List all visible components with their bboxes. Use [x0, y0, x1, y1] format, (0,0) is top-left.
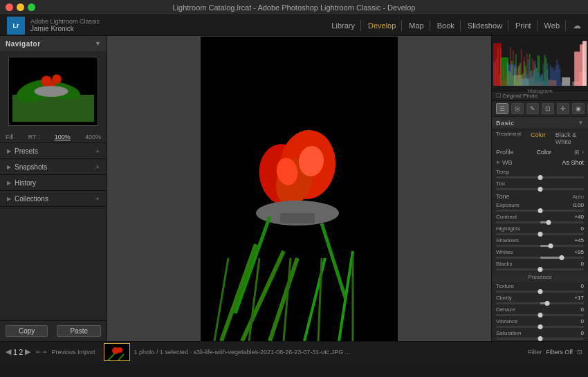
blacks-thumb[interactable]: [538, 267, 542, 272]
module-slideshow[interactable]: Slideshow: [462, 20, 508, 31]
clarity-thumb[interactable]: [544, 301, 549, 306]
contrast-slider-row: Contrast +40: [492, 213, 588, 225]
dehaze-thumb[interactable]: [538, 313, 542, 318]
module-library[interactable]: Library: [326, 20, 361, 31]
highlights-slider-row: Highlights 0: [492, 225, 588, 237]
logo-area: Lr Adobe Lightroom Classic Jamie Kronick: [7, 17, 100, 35]
clarity-track[interactable]: [496, 302, 584, 304]
tint-track[interactable]: [496, 188, 584, 190]
saturation-track[interactable]: [496, 338, 584, 340]
temp-label: Temp: [496, 169, 510, 175]
collections-plus[interactable]: +: [95, 194, 100, 203]
strip-right-arrow[interactable]: ▶: [25, 347, 30, 356]
eyedropper-icon[interactable]: ⌖: [496, 158, 500, 167]
exposure-thumb[interactable]: [538, 208, 542, 213]
contrast-thumb[interactable]: [546, 220, 551, 225]
texture-slider-row: Texture 0: [492, 282, 588, 294]
shadows-thumb[interactable]: [548, 243, 553, 248]
snapshots-item[interactable]: ▶ Snapshots +: [0, 159, 107, 174]
crop-tool[interactable]: ⊡: [542, 103, 554, 114]
texture-track[interactable]: [496, 291, 584, 293]
heal-tool[interactable]: ✛: [557, 103, 569, 114]
clarity-value: +17: [567, 295, 584, 301]
navigator-label: Navigator: [6, 40, 41, 48]
dehaze-track[interactable]: [496, 314, 584, 316]
blacks-value: 0: [567, 261, 584, 267]
exposure-value: 0.00: [567, 202, 584, 208]
basic-section-header[interactable]: Basic ▼: [492, 117, 588, 129]
profile-arrow-icon[interactable]: ›: [582, 149, 584, 156]
zoom-fill[interactable]: Fill: [6, 134, 14, 140]
blacks-track[interactable]: [496, 268, 584, 270]
module-print[interactable]: Print: [510, 20, 538, 31]
navigator-header[interactable]: Navigator ▼: [0, 36, 107, 51]
whites-thumb[interactable]: [560, 255, 564, 260]
close-button[interactable]: [6, 3, 13, 11]
saturation-thumb[interactable]: [538, 336, 542, 341]
minimize-button[interactable]: [17, 3, 24, 11]
contrast-value: +40: [567, 214, 584, 220]
module-web[interactable]: Web: [539, 20, 566, 31]
temp-slider-row: Temp: [492, 168, 588, 180]
histogram-area: Histogram: [492, 36, 588, 91]
filter-label: Filter: [528, 349, 542, 356]
brush-tool[interactable]: ✎: [526, 103, 539, 114]
basic-arrow: ▼: [578, 120, 584, 126]
contrast-track[interactable]: [496, 221, 584, 223]
zoom-rt[interactable]: RT :: [28, 134, 40, 140]
zoom-100[interactable]: 100%: [55, 134, 71, 140]
collections-triangle: ▶: [7, 196, 11, 202]
whites-slider-row: Whites +95: [492, 248, 588, 260]
histogram-label: Histogram: [493, 88, 587, 94]
temp-track[interactable]: [496, 176, 584, 178]
navigator-thumbnail[interactable]: [8, 57, 98, 126]
shadows-track[interactable]: [496, 245, 584, 247]
highlights-thumb[interactable]: [538, 232, 542, 237]
treatment-bw[interactable]: Black & White: [553, 131, 584, 146]
zoom-400[interactable]: 400%: [85, 134, 101, 140]
histogram-chart: [493, 37, 587, 86]
sliders-tool[interactable]: ☰: [496, 103, 508, 114]
copy-button[interactable]: Copy: [6, 325, 48, 337]
traffic-lights[interactable]: [6, 3, 35, 11]
vibrance-thumb[interactable]: [538, 324, 542, 329]
strip-arrows: ⇐ ⇒: [36, 349, 47, 355]
page-dot-1[interactable]: 1: [13, 348, 17, 356]
maximize-button[interactable]: [28, 3, 35, 11]
saturation-label: Saturation: [496, 330, 521, 336]
dehaze-label: Dehaze: [496, 306, 515, 313]
history-item[interactable]: ▶ History +: [0, 175, 107, 190]
target-tool[interactable]: ◎: [511, 103, 524, 114]
module-map[interactable]: Map: [403, 20, 430, 31]
presets-item[interactable]: ▶ Presets +: [0, 143, 107, 158]
film-thumb-1[interactable]: [104, 343, 130, 361]
tool-row: ☰ ◎ ✎ ⊡ ✛ ◉ ···: [492, 101, 588, 117]
texture-thumb[interactable]: [538, 289, 542, 294]
strip-left-arrow[interactable]: ◀: [6, 347, 11, 356]
paste-button[interactable]: Paste: [57, 325, 101, 337]
tint-thumb[interactable]: [538, 187, 542, 192]
previous-import-label[interactable]: Previous Import: [51, 349, 95, 356]
snapshots-plus[interactable]: +: [95, 163, 100, 171]
treatment-color[interactable]: Color: [528, 131, 549, 146]
vibrance-track[interactable]: [496, 326, 584, 328]
whites-track[interactable]: [496, 257, 584, 259]
clarity-slider-row: Clarity +17: [492, 294, 588, 306]
module-book[interactable]: Book: [432, 20, 461, 31]
collections-item[interactable]: ▶ Collections +: [0, 191, 107, 206]
exposure-track[interactable]: [496, 210, 584, 212]
highlights-track[interactable]: [496, 233, 584, 235]
page-dot-2[interactable]: 2: [19, 348, 23, 356]
exposure-slider-row: Exposure 0.00: [492, 201, 588, 213]
temp-thumb[interactable]: [538, 175, 542, 180]
module-develop[interactable]: Develop: [362, 20, 402, 31]
filter-toggle[interactable]: ⊡: [577, 349, 582, 356]
auto-button[interactable]: Auto: [573, 194, 584, 200]
presets-plus[interactable]: +: [95, 147, 100, 155]
clarity-label: Clarity: [496, 295, 512, 301]
profile-grid-icon[interactable]: ⊞: [574, 149, 580, 156]
lr-logo: Lr: [7, 17, 25, 35]
copy-paste-row: Copy Paste: [0, 320, 107, 341]
eye-tool[interactable]: ◉: [572, 103, 585, 114]
filters-off-label[interactable]: Filters Off: [546, 349, 573, 356]
